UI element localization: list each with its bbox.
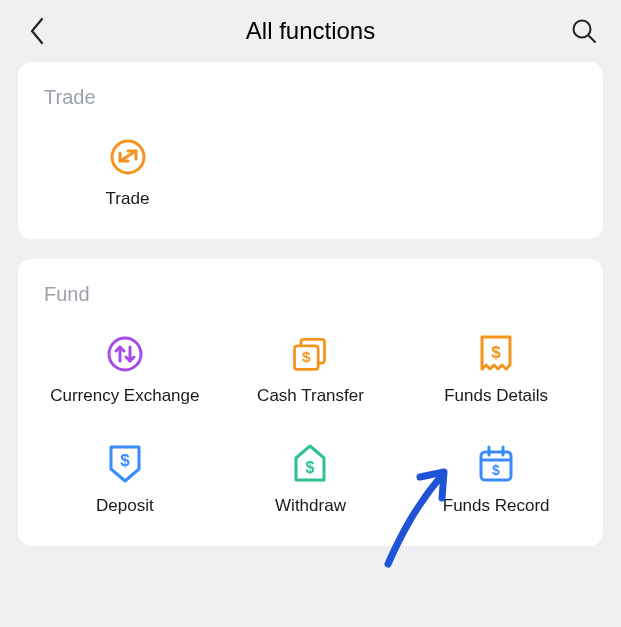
back-button[interactable] — [22, 16, 52, 46]
trade-icon — [108, 137, 148, 177]
funds-record-icon: $ — [476, 444, 516, 484]
tile-funds-record[interactable]: $ Funds Record — [407, 444, 585, 516]
tile-cash-transfer[interactable]: $ Cash Transfer — [222, 334, 400, 406]
svg-point-0 — [574, 21, 591, 38]
deposit-icon: $ — [105, 444, 145, 484]
currency-exchange-icon — [105, 334, 145, 374]
section-fund: Fund Currency Exchange — [18, 259, 603, 546]
tile-deposit[interactable]: $ Deposit — [36, 444, 214, 516]
tile-label: Funds Record — [443, 496, 550, 516]
svg-line-1 — [589, 36, 595, 42]
svg-text:$: $ — [491, 343, 501, 362]
tile-label: Trade — [106, 189, 150, 209]
svg-text:$: $ — [492, 462, 500, 478]
funds-details-icon: $ — [476, 334, 516, 374]
svg-text:$: $ — [303, 348, 312, 365]
tile-label: Currency Exchange — [50, 386, 199, 406]
section-title-fund: Fund — [36, 283, 585, 306]
tile-currency-exchange[interactable]: Currency Exchange — [36, 334, 214, 406]
search-button[interactable] — [569, 16, 599, 46]
svg-text:$: $ — [306, 459, 315, 476]
tile-label: Cash Transfer — [257, 386, 364, 406]
header: All functions — [0, 0, 621, 62]
tile-label: Withdraw — [275, 496, 346, 516]
content: Trade Trade Fund — [0, 62, 621, 546]
tile-label: Deposit — [96, 496, 154, 516]
search-icon — [571, 18, 597, 44]
tile-withdraw[interactable]: $ Withdraw — [222, 444, 400, 516]
section-title-trade: Trade — [36, 86, 585, 109]
cash-transfer-icon: $ — [290, 334, 330, 374]
tile-label: Funds Details — [444, 386, 548, 406]
svg-point-3 — [109, 338, 141, 370]
tile-trade[interactable]: Trade — [36, 137, 219, 209]
svg-text:$: $ — [120, 451, 130, 470]
section-trade: Trade Trade — [18, 62, 603, 239]
withdraw-icon: $ — [290, 444, 330, 484]
chevron-left-icon — [29, 17, 45, 45]
tile-funds-details[interactable]: $ Funds Details — [407, 334, 585, 406]
page-title: All functions — [246, 17, 375, 45]
